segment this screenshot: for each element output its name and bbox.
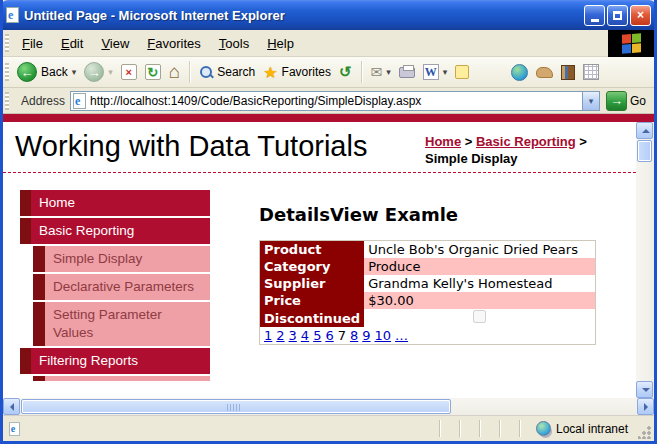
- breadcrumb-home-link[interactable]: Home: [425, 134, 461, 149]
- toolbar-grip[interactable]: [5, 34, 9, 52]
- row-value: Grandma Kelly's Homestead: [364, 275, 595, 292]
- sidebar-item-partial[interactable]: [33, 376, 210, 381]
- pager-link[interactable]: 10: [375, 328, 392, 343]
- menu-edit[interactable]: Edit: [52, 33, 92, 54]
- history-button[interactable]: ↺: [335, 61, 356, 83]
- sidebar-item-setting-parameter-values[interactable]: Setting Parameter Values: [33, 302, 210, 346]
- row-label: Product: [260, 241, 365, 259]
- pager-link[interactable]: 2: [276, 328, 284, 343]
- row-label: Supplier: [260, 275, 365, 292]
- pager-link[interactable]: 8: [350, 328, 358, 343]
- address-label: Address: [21, 94, 65, 108]
- sidebar-item-declarative-parameters[interactable]: Declarative Parameters: [33, 274, 210, 300]
- pager-link[interactable]: 1: [264, 328, 272, 343]
- back-button[interactable]: ← Back ▾: [13, 60, 80, 84]
- sidebar-item-filtering-reports[interactable]: Filtering Reports: [20, 348, 210, 374]
- vertical-scrollbar[interactable]: [636, 122, 654, 398]
- mail-button[interactable]: ✉ ▾: [367, 62, 395, 82]
- address-dropdown-button[interactable]: ▾: [582, 92, 599, 110]
- horizontal-scrollbar[interactable]: [3, 398, 654, 415]
- menu-file[interactable]: File: [13, 33, 52, 54]
- row-value: $30.00: [364, 292, 595, 309]
- go-label[interactable]: Go: [630, 94, 646, 108]
- back-label: Back: [41, 65, 68, 79]
- row-label: Price: [260, 292, 365, 309]
- toolbar-grip[interactable]: [5, 63, 9, 81]
- breadcrumb-basic-reporting-link[interactable]: Basic Reporting: [476, 134, 576, 149]
- word-dropdown-icon[interactable]: ▾: [443, 67, 448, 77]
- refresh-button[interactable]: ↻: [141, 62, 165, 82]
- scroll-right-button[interactable]: [637, 398, 654, 415]
- pager-link[interactable]: 9: [362, 328, 370, 343]
- sidebar-item-simple-display[interactable]: Simple Display: [33, 246, 210, 272]
- research-button[interactable]: [557, 63, 579, 82]
- discontinued-checkbox: [473, 310, 486, 323]
- search-button[interactable]: Search: [195, 63, 259, 81]
- mail-icon: ✉: [371, 64, 383, 80]
- sidebar-item-basic-reporting[interactable]: Basic Reporting: [20, 218, 210, 244]
- security-zone-label: Local intranet: [556, 422, 628, 436]
- horizontal-scroll-thumb[interactable]: [21, 399, 451, 414]
- go-button[interactable]: →: [606, 91, 627, 111]
- pager-link[interactable]: 6: [325, 328, 333, 343]
- print-button[interactable]: [395, 65, 419, 80]
- search-icon: [199, 65, 213, 79]
- research-books-icon: [561, 65, 575, 80]
- favorites-star-icon: ★: [263, 63, 277, 82]
- forward-button[interactable]: → ▾: [80, 60, 117, 84]
- page-favicon: e: [73, 93, 86, 109]
- vertical-scroll-thumb[interactable]: [637, 140, 652, 162]
- menu-view[interactable]: View: [92, 33, 138, 54]
- pager-link[interactable]: 3: [289, 328, 297, 343]
- browser-viewport: Working with Data Tutorials Home > Basic…: [3, 122, 636, 398]
- addon-binary-button[interactable]: [579, 62, 603, 82]
- breadcrumb-separator: >: [465, 134, 473, 149]
- scroll-left-button[interactable]: [3, 398, 20, 415]
- scroll-down-button[interactable]: [636, 381, 653, 398]
- edit-with-word-button[interactable]: W ▾: [419, 62, 452, 82]
- home-icon: ⌂: [169, 64, 180, 80]
- row-value: Produce: [364, 258, 595, 275]
- print-icon: [399, 67, 415, 78]
- menu-help[interactable]: Help: [258, 33, 303, 54]
- table-row: Supplier Grandma Kelly's Homestead: [260, 275, 596, 292]
- refresh-icon: ↻: [145, 64, 161, 80]
- resize-grip[interactable]: [638, 425, 652, 439]
- menu-favorites[interactable]: Favorites: [138, 33, 209, 54]
- pager-link[interactable]: 4: [301, 328, 309, 343]
- favorites-label: Favorites: [282, 65, 331, 79]
- table-row: Product Uncle Bob's Organic Dried Pears: [260, 241, 596, 259]
- address-input[interactable]: e http://localhost:1409/Code/BasicReport…: [70, 91, 600, 111]
- discuss-button[interactable]: [507, 62, 532, 83]
- addon-hand-button[interactable]: [532, 65, 557, 80]
- sidebar-item-home[interactable]: Home: [20, 190, 210, 216]
- home-button[interactable]: ⌂: [165, 62, 184, 82]
- scroll-up-button[interactable]: [636, 122, 653, 139]
- status-page-icon: e: [9, 422, 20, 436]
- mail-dropdown-icon[interactable]: ▾: [386, 67, 391, 77]
- menu-tools[interactable]: Tools: [210, 33, 258, 54]
- minimize-button[interactable]: [584, 5, 605, 26]
- pager-link-ellipsis[interactable]: …: [395, 328, 408, 343]
- sidebar-nav: Home Basic Reporting Simple Display Decl…: [20, 190, 210, 383]
- stop-button[interactable]: ×: [117, 62, 141, 82]
- note-button[interactable]: [451, 63, 473, 81]
- toolbar-grip[interactable]: [5, 92, 9, 110]
- table-row: Discontinued: [260, 309, 596, 327]
- local-intranet-icon: [536, 421, 551, 436]
- row-label: Discontinued: [260, 309, 365, 327]
- status-bar: e Local intranet: [3, 415, 654, 441]
- favorites-button[interactable]: ★ Favorites: [259, 61, 335, 84]
- address-url[interactable]: http://localhost:1409/Code/BasicReportin…: [90, 94, 582, 108]
- note-icon: [455, 65, 469, 79]
- close-button[interactable]: ×: [630, 5, 651, 26]
- breadcrumb-current: Simple Display: [425, 151, 517, 166]
- globe-icon: [511, 64, 528, 81]
- title-bar[interactable]: e Untitled Page - Microsoft Internet Exp…: [0, 0, 657, 30]
- back-dropdown-icon[interactable]: ▾: [72, 67, 77, 77]
- row-value: Uncle Bob's Organic Dried Pears: [364, 241, 595, 259]
- main-content: DetailsView Examle Product Uncle Bob's O…: [259, 204, 604, 345]
- details-view-table: Product Uncle Bob's Organic Dried Pears …: [259, 240, 596, 345]
- pager-link[interactable]: 5: [313, 328, 321, 343]
- maximize-button[interactable]: [607, 5, 628, 26]
